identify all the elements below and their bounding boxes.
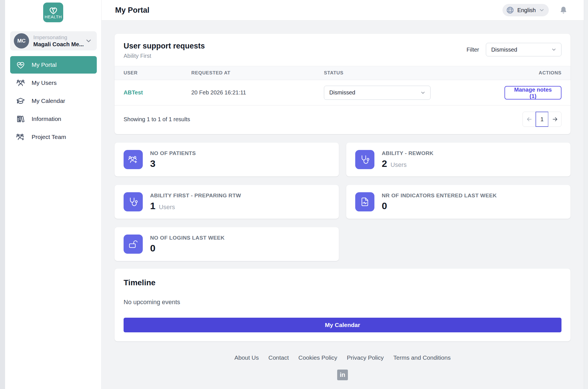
footer-link-cookies-policy[interactable]: Cookies Policy: [299, 354, 337, 361]
next-page-button[interactable]: [548, 112, 561, 127]
sidebar-nav: My Portal My Users My Calendar: [5, 56, 101, 146]
sidebar-item-label: Information: [32, 116, 61, 122]
results-summary: Showing 1 to 1 of 1 results: [124, 116, 190, 123]
timeline-title: Timeline: [124, 278, 561, 287]
support-requests-subtitle: Ability First: [124, 53, 205, 59]
main-content: User support requests Ability First Filt…: [102, 21, 584, 389]
stat-card-logins-last-week: NO OF LOGINS LAST WEEK 0: [115, 227, 339, 261]
footer-link-about-us[interactable]: About Us: [234, 354, 259, 361]
sidebar-item-label: My Users: [32, 79, 57, 86]
status-select-value: Dismissed: [329, 89, 355, 96]
graduation-cap-icon: [16, 96, 25, 106]
stethoscope-icon: [124, 192, 143, 211]
arrow-left-icon: [526, 116, 533, 123]
chevron-down-icon: [551, 47, 557, 52]
filter-label: Filter: [467, 47, 479, 53]
chevron-down-icon: [420, 90, 426, 96]
user-link[interactable]: ABTest: [124, 89, 191, 96]
impersonating-name: Magali Coach Me...: [33, 41, 85, 48]
heart-pulse-icon: [16, 60, 25, 70]
column-header-user: USER: [124, 70, 191, 76]
stat-value: 0: [150, 243, 155, 254]
globe-icon: [506, 6, 514, 14]
stat-label: ABILITY FIRST - PREPARING RTW: [150, 193, 241, 199]
impersonation-switcher[interactable]: MC Impersonating Magali Coach Me...: [10, 31, 97, 50]
stats-grid: NO OF PATIENTS 3 ABILITY - REWORK 2: [115, 143, 571, 261]
chevron-down-icon: [539, 7, 545, 13]
stat-value: 1: [150, 200, 155, 211]
filter-select-value: Dismissed: [491, 47, 517, 53]
top-bar: My Portal English: [102, 0, 584, 21]
users-plus-icon: [16, 132, 25, 142]
users-icon: [16, 78, 25, 88]
footer-link-terms-and-conditions[interactable]: Terms and Conditions: [393, 354, 451, 361]
sidebar-item-label: My Portal: [32, 61, 57, 68]
manage-notes-button[interactable]: Manage notes (1): [504, 86, 561, 100]
requested-at-value: 20 Feb 2026 16:21:11: [191, 89, 324, 96]
notification-bell-icon[interactable]: [559, 5, 568, 15]
footer-link-privacy-policy[interactable]: Privacy Policy: [347, 354, 384, 361]
impersonating-label: Impersonating: [33, 34, 85, 41]
sidebar-item-label: My Calendar: [32, 98, 65, 104]
sidebar-item-project-team[interactable]: Project Team: [10, 128, 97, 146]
stat-label: NR OF INDICATORS ENTERED LAST WEEK: [382, 193, 497, 199]
health-logo[interactable]: HEALTH: [43, 3, 63, 22]
linkedin-icon[interactable]: in: [337, 370, 348, 380]
stat-label: NO OF LOGINS LAST WEEK: [150, 235, 225, 241]
previous-page-button[interactable]: [523, 112, 536, 127]
footer-link-contact[interactable]: Contact: [268, 354, 289, 361]
lock-open-icon: [124, 235, 143, 254]
books-icon: [16, 114, 25, 124]
sidebar-item-information[interactable]: Information: [10, 110, 97, 128]
footer: About Us Contact Cookies Policy Privacy …: [115, 354, 571, 389]
heart-logo-icon: [48, 5, 59, 15]
timeline-empty-text: No upcoming events: [124, 299, 561, 306]
pagination: 1: [523, 112, 561, 127]
page-title: My Portal: [115, 6, 150, 15]
indicators-file-icon: [355, 192, 374, 211]
sidebar-item-my-users[interactable]: My Users: [10, 74, 97, 92]
language-label: English: [517, 7, 536, 14]
sidebar-item-my-portal[interactable]: My Portal: [10, 56, 97, 74]
column-header-requested-at: REQUESTED AT: [191, 70, 324, 76]
stat-value: 2: [382, 158, 387, 169]
logo-text: HEALTH: [45, 14, 62, 19]
status-select[interactable]: Dismissed: [324, 86, 431, 100]
users-plus-icon: [124, 150, 143, 169]
stat-card-ability-first-preparing-rtw: ABILITY FIRST - PREPARING RTW 1 Users: [115, 185, 339, 219]
avatar: MC: [14, 33, 29, 48]
stat-value: 3: [150, 158, 155, 169]
current-page-indicator[interactable]: 1: [536, 112, 548, 127]
my-calendar-button[interactable]: My Calendar: [124, 318, 561, 332]
column-header-status: STATUS: [324, 70, 504, 76]
sidebar-item-label: Project Team: [32, 134, 66, 140]
chevron-down-icon: [85, 37, 92, 45]
stat-card-ability-rework: ABILITY - REWORK 2 Users: [346, 143, 571, 176]
stat-label: ABILITY - REWORK: [382, 150, 433, 156]
table-header-row: USER REQUESTED AT STATUS ACTIONS: [115, 66, 571, 80]
language-selector[interactable]: English: [503, 4, 549, 16]
scrollbar[interactable]: [584, 0, 588, 389]
stethoscope-icon: [355, 150, 374, 169]
sidebar-item-my-calendar[interactable]: My Calendar: [10, 92, 97, 110]
stat-card-no-of-patients: NO OF PATIENTS 3: [115, 143, 339, 176]
arrow-right-icon: [552, 116, 558, 123]
sidebar: HEALTH MC Impersonating Magali Coach Me.…: [5, 0, 102, 389]
filter-select[interactable]: Dismissed: [486, 43, 561, 56]
stat-label: NO OF PATIENTS: [150, 150, 196, 156]
support-requests-title: User support requests: [124, 42, 205, 50]
stat-value: 0: [382, 200, 387, 211]
table-row: ABTest 20 Feb 2026 16:21:11 Dismissed Ma…: [115, 80, 571, 105]
user-support-requests-card: User support requests Ability First Filt…: [115, 34, 571, 134]
left-edge-strip: [0, 0, 5, 389]
stat-card-indicators-last-week: NR OF INDICATORS ENTERED LAST WEEK 0: [346, 185, 571, 219]
column-header-actions: ACTIONS: [539, 70, 561, 76]
stat-suffix: Users: [390, 161, 407, 169]
stat-suffix: Users: [159, 204, 175, 211]
timeline-card: Timeline No upcoming events My Calendar: [115, 269, 571, 341]
